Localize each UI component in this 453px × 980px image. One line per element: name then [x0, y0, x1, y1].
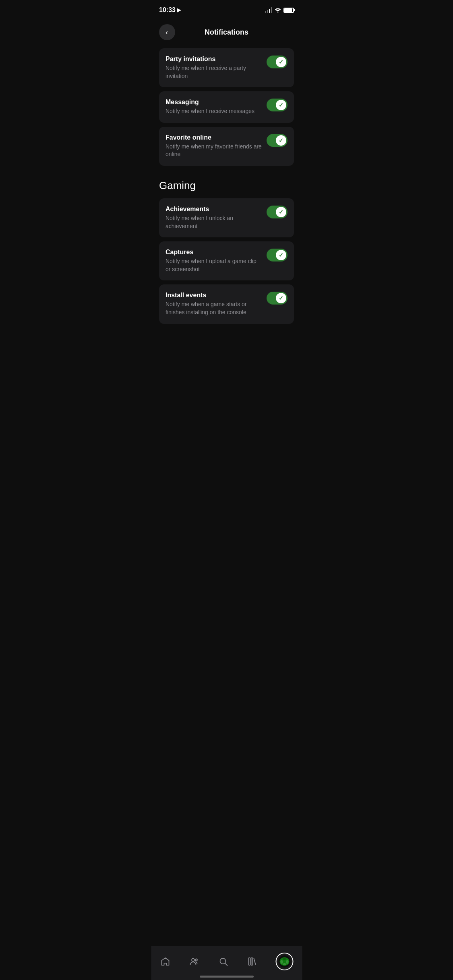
card-desc: Notify me when I receive messages — [165, 107, 262, 115]
toggle-knob: ✓ — [276, 57, 286, 67]
card-title: Captures — [165, 249, 262, 256]
gaming-section-header: Gaming — [159, 170, 294, 198]
card-title: Achievements — [165, 206, 262, 213]
card-text: Favorite online Notify me when my favori… — [165, 134, 262, 159]
card-text: Party invitations Notify me when I recei… — [165, 56, 262, 80]
card-title: Favorite online — [165, 134, 262, 141]
check-icon: ✓ — [279, 209, 283, 215]
card-title: Install events — [165, 292, 262, 299]
status-bar: 10:33 ▶ — [151, 0, 302, 18]
messaging-toggle[interactable]: ✓ — [267, 99, 288, 111]
back-chevron-icon: ‹ — [165, 29, 168, 36]
signal-icon — [265, 7, 272, 13]
toggle-knob: ✓ — [276, 250, 286, 260]
card-title: Messaging — [165, 99, 262, 106]
status-icons — [265, 7, 294, 14]
check-icon: ✓ — [279, 137, 283, 144]
card-desc: Notify me when I receive a party invitat… — [165, 64, 262, 80]
install-events-card: Install events Notify me when a game sta… — [159, 284, 294, 323]
toggle-knob: ✓ — [276, 207, 286, 217]
page-title: Notifications — [175, 28, 278, 37]
card-text: Messaging Notify me when I receive messa… — [165, 99, 262, 115]
back-button[interactable]: ‹ — [159, 24, 175, 40]
page-header: ‹ Notifications — [151, 18, 302, 48]
favorite-online-toggle[interactable]: ✓ — [267, 134, 288, 147]
achievements-card: Achievements Notify me when I unlock an … — [159, 198, 294, 237]
check-icon: ✓ — [279, 59, 283, 65]
card-desc: Notify me when I upload a game clip or s… — [165, 257, 262, 273]
content-area: Party invitations Notify me when I recei… — [151, 48, 302, 324]
toggle-knob: ✓ — [276, 100, 286, 110]
battery-icon — [283, 8, 294, 13]
card-desc: Notify me when I unlock an achievement — [165, 214, 262, 230]
card-text: Achievements Notify me when I unlock an … — [165, 206, 262, 230]
location-icon: ▶ — [177, 7, 181, 13]
time-display: 10:33 — [159, 6, 176, 14]
card-title: Party invitations — [165, 56, 262, 63]
card-text: Captures Notify me when I upload a game … — [165, 249, 262, 273]
check-icon: ✓ — [279, 102, 283, 108]
check-icon: ✓ — [279, 295, 283, 301]
wifi-icon — [275, 7, 281, 14]
toggle-knob: ✓ — [276, 293, 286, 303]
main-content: Party invitations Notify me when I recei… — [151, 48, 302, 368]
install-events-toggle[interactable]: ✓ — [267, 292, 288, 305]
card-desc: Notify me when my favorite friends are o… — [165, 143, 262, 159]
messaging-card: Messaging Notify me when I receive messa… — [159, 91, 294, 123]
card-text: Install events Notify me when a game sta… — [165, 292, 262, 316]
captures-card: Captures Notify me when I upload a game … — [159, 241, 294, 280]
achievements-toggle[interactable]: ✓ — [267, 206, 288, 218]
card-desc: Notify me when a game starts or finishes… — [165, 301, 262, 316]
party-invitations-toggle[interactable]: ✓ — [267, 56, 288, 68]
party-invitations-card: Party invitations Notify me when I recei… — [159, 48, 294, 87]
captures-toggle[interactable]: ✓ — [267, 249, 288, 261]
favorite-online-card: Favorite online Notify me when my favori… — [159, 127, 294, 166]
status-time: 10:33 ▶ — [159, 6, 181, 14]
check-icon: ✓ — [279, 252, 283, 258]
toggle-knob: ✓ — [276, 135, 286, 146]
